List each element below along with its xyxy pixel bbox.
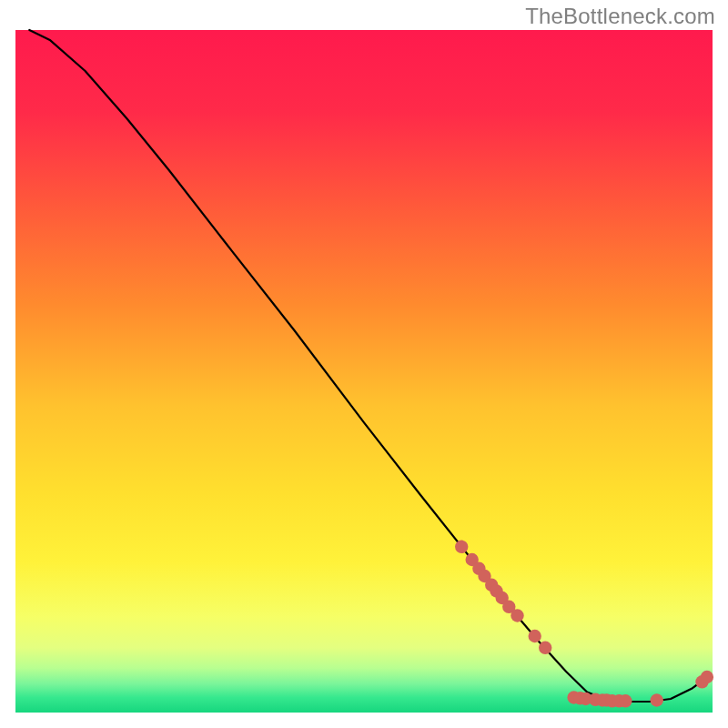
gradient-panel — [15, 30, 713, 713]
data-marker — [529, 630, 541, 642]
data-marker — [511, 609, 523, 622]
chart-stage: TheBottleneck.com — [0, 0, 728, 728]
bottleneck-chart — [0, 0, 728, 728]
data-marker — [701, 671, 713, 683]
data-marker — [619, 694, 632, 707]
data-marker — [539, 642, 551, 654]
watermark-text: TheBottleneck.com — [525, 4, 715, 29]
data-marker — [455, 541, 468, 553]
data-marker — [651, 693, 663, 706]
